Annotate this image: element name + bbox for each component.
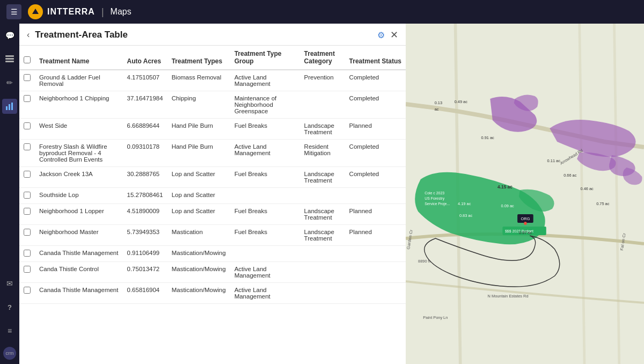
svg-rect-6 <box>11 103 13 110</box>
main-area: 💬 ✏ ✉ ? ≡ crm ‹ Treatment-Area Table ⚙ ✕ <box>0 24 644 364</box>
cell-types: Mastication/Mowing <box>167 246 230 262</box>
cell-status <box>345 246 406 262</box>
row-checkbox[interactable] <box>24 287 31 294</box>
cell-acres: 4.17510507 <box>123 70 167 91</box>
svg-text:0.66 ac: 0.66 ac <box>564 173 576 178</box>
cell-acres: 0.75013472 <box>123 262 167 283</box>
row-checkbox[interactable] <box>24 208 31 215</box>
row-checkbox[interactable] <box>24 74 31 81</box>
table-row: Southside Lop15.27808461Lop and Scatter <box>19 188 406 204</box>
cell-types: Hand Pile Burn <box>167 119 230 140</box>
table-header-row: Treatment Name Auto Acres Treatment Type… <box>19 46 406 70</box>
cell-type_group: Active Land Management <box>230 140 300 167</box>
svg-text:0.91 ac: 0.91 ac <box>481 135 494 140</box>
row-checkbox[interactable] <box>24 143 31 150</box>
cell-category: Prevention <box>300 70 345 91</box>
settings-icon[interactable]: ⚙ <box>377 30 385 40</box>
cell-type_group <box>230 246 300 262</box>
table-row: Neighborhood Master5.73949353Mastication… <box>19 225 406 246</box>
cell-types: Hand Pile Burn <box>167 140 230 167</box>
row-checkbox[interactable] <box>24 192 31 199</box>
sidebar-layers-icon[interactable] <box>2 52 17 67</box>
svg-text:0.97 ac: 0.97 ac <box>519 230 532 235</box>
back-button[interactable]: ‹ <box>27 30 30 40</box>
menu-button[interactable]: ☰ <box>6 4 21 19</box>
sidebar-help-icon[interactable]: ? <box>2 300 17 315</box>
col-auto-acres: Auto Acres <box>123 46 167 70</box>
select-all-checkbox[interactable] <box>24 56 31 63</box>
cell-types: Chipping <box>167 91 230 119</box>
cell-type_group: Fuel Breaks <box>230 204 300 225</box>
cell-types: Mastication/Mowing <box>167 262 230 283</box>
sidebar-crm-icon[interactable]: crm <box>3 347 16 360</box>
table-row: Neighborhood 1 Lopper4.51890009Lop and S… <box>19 204 406 225</box>
sidebar-envelope-icon[interactable]: ✉ <box>2 276 17 291</box>
cell-types: Lop and Scatter <box>167 167 230 188</box>
svg-rect-1 <box>5 55 14 57</box>
cell-type_group: Fuel Breaks <box>230 225 300 246</box>
cell-status: Planned <box>345 119 406 140</box>
cell-status: Completed <box>345 167 406 188</box>
row-checkbox[interactable] <box>24 250 31 257</box>
cell-name: Canada Thistle Management <box>35 283 123 304</box>
cell-types: Lop and Scatter <box>167 204 230 225</box>
cell-type_group: Active Land Management <box>230 262 300 283</box>
close-button[interactable]: ✕ <box>390 29 398 41</box>
cell-acres: 37.16471984 <box>123 91 167 119</box>
cell-status: Completed <box>345 70 406 91</box>
cell-category <box>300 188 345 204</box>
svg-text:8890 ft: 8890 ft <box>418 259 430 264</box>
cell-acres: 0.91106499 <box>123 246 167 262</box>
cell-name: Ground & Ladder Fuel Removal <box>35 70 123 91</box>
row-checkbox[interactable] <box>24 229 31 236</box>
cell-name: Southside Lop <box>35 188 123 204</box>
cell-category <box>300 246 345 262</box>
svg-text:Paint Pony Ln: Paint Pony Ln <box>423 315 448 320</box>
cell-name: Canada Thistle Management <box>35 246 123 262</box>
panel-title: Treatment-Area Table <box>35 30 372 40</box>
row-checkbox[interactable] <box>24 122 31 129</box>
topbar-separator: | <box>101 6 104 18</box>
col-treatment-types: Treatment Types <box>167 46 230 70</box>
cell-type_group <box>230 188 300 204</box>
logo-text: INTTERRA <box>47 7 95 17</box>
sidebar-list-icon[interactable]: ≡ <box>2 323 17 338</box>
cell-name: Forestry Slash & Wildfire byproduct Remo… <box>35 140 123 167</box>
svg-text:ORG: ORG <box>521 216 530 221</box>
svg-marker-0 <box>32 9 39 14</box>
cell-name: Neighborhood 1 Lopper <box>35 204 123 225</box>
svg-rect-4 <box>6 106 8 110</box>
logo-icon <box>28 4 43 19</box>
table-row: Canda Thistle Control0.75013472Masticati… <box>19 262 406 283</box>
cell-type_group: Fuel Breaks <box>230 167 300 188</box>
cell-type_group: Active Land Management <box>230 283 300 304</box>
sidebar-chart-icon[interactable] <box>2 99 17 114</box>
map-svg: ORG $$$ 2023 Budget 0.13 ac 0.49 ac 0.91… <box>406 24 644 364</box>
cell-acres: 30.2888765 <box>123 167 167 188</box>
table-row: Forestry Slash & Wildfire byproduct Remo… <box>19 140 406 167</box>
col-status: Treatment Status <box>345 46 406 70</box>
sidebar-comment-icon[interactable]: 💬 <box>2 28 17 43</box>
svg-point-10 <box>524 222 527 225</box>
cell-name: Neighborhood Master <box>35 225 123 246</box>
sidebar-edit-icon[interactable]: ✏ <box>2 75 17 90</box>
table-row: Canada Thistle Management0.91106499Masti… <box>19 246 406 262</box>
table-container[interactable]: Treatment Name Auto Acres Treatment Type… <box>19 46 406 364</box>
cell-acres: 5.73949353 <box>123 225 167 246</box>
map-area[interactable]: ORG $$$ 2023 Budget 0.13 ac 0.49 ac 0.91… <box>406 24 644 364</box>
cell-category: Landscape Treatment <box>300 204 345 225</box>
col-category: TreatmentCategory <box>300 46 345 70</box>
cell-name: West Side <box>35 119 123 140</box>
svg-text:0.49 ac: 0.49 ac <box>455 99 467 104</box>
svg-text:4.19 ac: 4.19 ac <box>458 201 471 206</box>
cell-acres: 4.51890009 <box>123 204 167 225</box>
table-row: Canada Thistle Management0.65816904Masti… <box>19 283 406 304</box>
svg-text:0.83 ac: 0.83 ac <box>459 213 472 218</box>
svg-rect-2 <box>5 58 14 60</box>
row-checkbox[interactable] <box>24 266 31 273</box>
row-checkbox[interactable] <box>24 95 31 102</box>
svg-text:4.15 ac: 4.15 ac <box>497 184 513 190</box>
table-panel: ‹ Treatment-Area Table ⚙ ✕ Treatment Nam… <box>19 24 406 364</box>
row-checkbox[interactable] <box>24 171 31 178</box>
topbar-title: Maps <box>111 7 131 17</box>
